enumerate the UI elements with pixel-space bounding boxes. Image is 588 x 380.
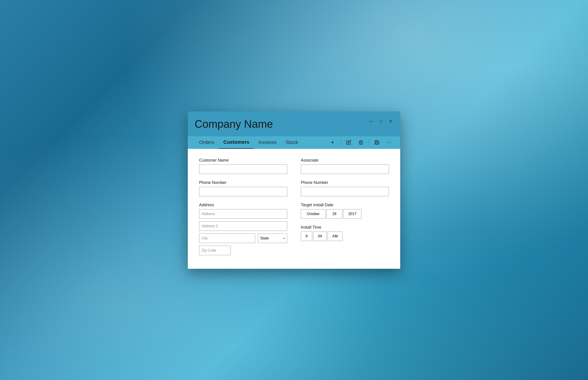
zip-input[interactable]: [199, 246, 231, 255]
nav-tabs: Orders Customers Invoices Stock: [195, 136, 328, 149]
form-grid: Customer Name Phone Number Address: [199, 158, 389, 255]
time-row: 9 04 AM: [301, 231, 389, 241]
associate-group: Associate: [301, 158, 389, 174]
close-button[interactable]: ✕: [388, 119, 393, 124]
svg-point-4: [390, 142, 391, 143]
app-title: Company Name: [195, 118, 273, 130]
tab-stock[interactable]: Stock: [281, 136, 303, 149]
tab-invoices[interactable]: Invoices: [254, 136, 281, 149]
date-row: October 26 2017: [301, 209, 389, 219]
state-select[interactable]: State ALAKAZ CACOFL GANYTX: [260, 236, 283, 240]
save-icon: [375, 140, 379, 145]
toolbar: [328, 138, 393, 146]
tab-orders[interactable]: Orders: [195, 136, 219, 149]
associate-phone-input[interactable]: [301, 187, 389, 196]
associate-input[interactable]: [301, 165, 389, 174]
install-time-label: Install Time: [301, 225, 389, 230]
form-right: Associate Phone Number Target install Da…: [301, 158, 389, 255]
date-year[interactable]: 2017: [343, 209, 361, 219]
state-select-wrapper[interactable]: State ALAKAZ CACOFL GANYTX ▾: [258, 233, 287, 243]
svg-point-2: [387, 142, 388, 143]
more-icon: [387, 140, 392, 145]
customer-name-input[interactable]: [199, 165, 287, 174]
svg-point-3: [389, 142, 390, 143]
time-minute[interactable]: 04: [313, 231, 327, 241]
form-left: Customer Name Phone Number Address: [199, 158, 287, 255]
chevron-down-icon: ▾: [283, 237, 285, 240]
address1-wrapper: [199, 209, 287, 219]
maximize-button[interactable]: □: [378, 119, 383, 124]
address-label: Address: [199, 203, 287, 207]
tab-customers[interactable]: Customers: [219, 136, 254, 149]
customer-phone-label: Phone Number: [199, 180, 287, 185]
target-install-date-group: Target install Date October 26 2017: [301, 203, 389, 219]
add-button[interactable]: [328, 138, 337, 146]
customer-name-label: Customer Name: [199, 158, 287, 163]
address2-wrapper: [199, 221, 287, 231]
more-button[interactable]: [385, 138, 393, 146]
window-controls: — □ ✕: [367, 118, 393, 124]
associate-label: Associate: [301, 158, 389, 163]
target-install-date-label: Target install Date: [301, 203, 389, 207]
date-day[interactable]: 26: [327, 209, 342, 219]
content-area: Customer Name Phone Number Address: [188, 149, 400, 269]
customer-phone-group: Phone Number: [199, 180, 287, 196]
date-month[interactable]: October: [301, 209, 326, 219]
navbar: Orders Customers Invoices Stock: [188, 136, 400, 149]
zip-wrapper: [199, 246, 287, 255]
address1-input[interactable]: [199, 209, 287, 219]
titlebar: Company Name — □ ✕: [188, 112, 400, 136]
edit-button[interactable]: [344, 138, 353, 146]
save-button[interactable]: [373, 138, 381, 146]
address2-input[interactable]: [199, 221, 287, 231]
plus-icon: [330, 140, 335, 145]
install-time-group: Install Time 9 04 AM: [301, 225, 389, 241]
city-state-row: State ALAKAZ CACOFL GANYTX ▾: [199, 233, 287, 243]
divider-2: [369, 139, 369, 146]
minimize-button[interactable]: —: [367, 119, 374, 124]
associate-phone-label: Phone Number: [301, 180, 389, 185]
main-window: Company Name — □ ✕ Orders Customers Invo…: [188, 112, 400, 269]
time-hour[interactable]: 9: [301, 231, 312, 241]
customer-phone-input[interactable]: [199, 187, 287, 196]
associate-phone-group: Phone Number: [301, 180, 389, 196]
city-input[interactable]: [199, 233, 255, 243]
divider-1: [340, 139, 341, 146]
address-group: Address State ALAKAZ CACOFL: [199, 203, 287, 255]
trash-icon: [358, 140, 363, 145]
customer-name-group: Customer Name: [199, 158, 287, 174]
time-ampm[interactable]: AM: [328, 231, 343, 241]
delete-button[interactable]: [357, 138, 365, 146]
pencil-icon: [346, 140, 351, 145]
